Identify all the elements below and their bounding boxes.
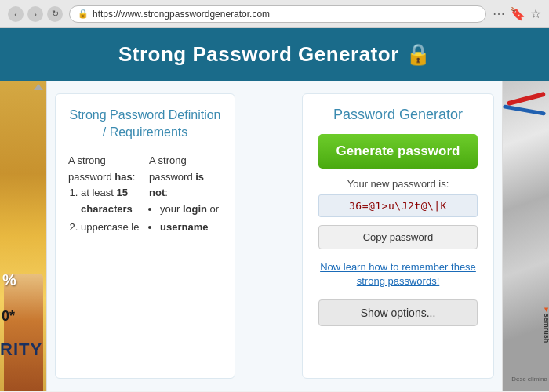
has-item-2: uppercase le — [81, 220, 141, 236]
ad-triangle-icon — [34, 84, 43, 90]
password-label: Your new password is: — [318, 178, 478, 190]
ad-image: % 0* RITY — [0, 81, 46, 391]
not-list: your login or username — [149, 201, 222, 236]
learn-link-container: Now learn how to remember these strong p… — [318, 260, 478, 289]
has-column: A strong password has: at least 15 chara… — [68, 153, 141, 238]
right-ad-image: ►semrush Desc elimina — [503, 81, 549, 391]
main-area: % 0* RITY Strong Password Definition / R… — [0, 81, 549, 391]
url-text: https://www.strongpasswordgenerator.com — [93, 9, 270, 20]
password-display: 36=@1>u\J2t@\|K — [318, 194, 478, 217]
definition-card: Strong Password Definition / Requirement… — [55, 93, 235, 379]
lock-icon: 🔒 — [78, 9, 89, 19]
ad-percent-text: % — [2, 271, 16, 289]
not-intro: A strong password is not: — [149, 153, 222, 201]
not-item-1: your login or — [160, 201, 222, 218]
generator-card: Password Generator Generate password You… — [302, 93, 494, 379]
not-column: A strong password is not: your login or … — [149, 153, 222, 238]
generator-heading: Password Generator — [318, 107, 478, 123]
browser-nav-icons: ‹ › ↻ — [8, 6, 63, 22]
has-list: at least 15 characters uppercase le — [68, 185, 141, 235]
refresh-button[interactable]: ↻ — [47, 6, 63, 22]
middle-spacer — [243, 81, 294, 391]
has-item-1: at least 15 characters — [81, 185, 141, 218]
semrush-logo: ►semrush — [543, 307, 549, 343]
back-button[interactable]: ‹ — [8, 6, 24, 22]
ad-person-image — [4, 274, 43, 391]
right-advertisement: ►semrush Desc elimina — [502, 81, 549, 391]
learn-link[interactable]: Now learn how to remember these strong p… — [318, 260, 478, 289]
browser-bar: ‹ › ↻ 🔒 https://www.strongpasswordgenera… — [0, 0, 549, 28]
ad-label-text: 0* — [2, 308, 15, 325]
more-icon[interactable]: ⋯ — [493, 6, 505, 21]
generate-password-button[interactable]: Generate password — [318, 134, 478, 169]
definition-heading: Strong Password Definition / Requirement… — [68, 107, 222, 142]
left-advertisement: % 0* RITY — [0, 81, 47, 391]
copy-password-button[interactable]: Copy password — [318, 225, 478, 249]
bookmark-icon[interactable]: 🔖 — [510, 6, 525, 21]
definition-grid: A strong password has: at least 15 chara… — [68, 153, 222, 238]
forward-button[interactable]: › — [27, 6, 43, 22]
site-header: Strong Password Generator 🔒 — [0, 28, 549, 81]
ad-rity-text: RITY — [0, 339, 42, 360]
browser-actions: ⋯ 🔖 ☆ — [493, 6, 541, 21]
site-title: Strong Password Generator 🔒 — [16, 42, 533, 67]
show-options-button[interactable]: Show options... — [318, 299, 478, 326]
star-icon[interactable]: ☆ — [530, 6, 541, 21]
not-item-2: username — [160, 220, 222, 236]
right-ad-description: Desc elimina — [511, 376, 547, 383]
address-bar[interactable]: 🔒 https://www.strongpasswordgenerator.co… — [69, 5, 486, 23]
has-intro: A strong password has: — [68, 153, 141, 186]
